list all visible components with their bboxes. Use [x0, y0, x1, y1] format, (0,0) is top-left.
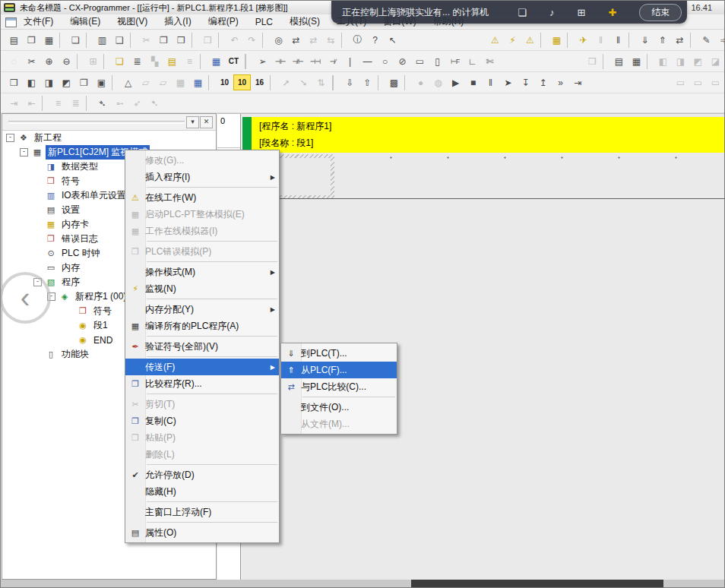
panel-toggle-2-icon[interactable]: ▭ [689, 74, 707, 90]
find-icon[interactable]: ◎ [270, 32, 287, 48]
horizontal-line-icon[interactable]: — [359, 53, 376, 69]
ladder-monitor-icon[interactable]: ▤ [163, 53, 181, 69]
compile-plc-icon[interactable]: ▤ [610, 53, 628, 69]
panel-close-button[interactable]: ✕ [200, 116, 213, 128]
upload-from-plc-icon[interactable]: ⇑ [654, 32, 671, 48]
online-edit-icon[interactable]: ✎ [698, 32, 715, 48]
end-session-button[interactable]: 结束 [639, 4, 682, 21]
window-view-3-icon[interactable]: ◩ [689, 53, 707, 69]
submenu-item-to-file[interactable]: 到文件(O)... [281, 399, 397, 416]
fb-parameter-icon[interactable]: ∟ [464, 53, 481, 69]
paste-icon[interactable]: ❒ [173, 32, 190, 48]
zoom-in-icon[interactable]: ⊕ [40, 53, 58, 69]
find-all-icon[interactable]: ⇆ [322, 32, 340, 48]
program-mode-icon[interactable]: ▦ [548, 32, 565, 48]
trace-window-icon[interactable]: ▱ [154, 74, 172, 90]
rung-comment-list-icon[interactable]: ≣ [67, 95, 84, 111]
indent-icon[interactable]: ⇥ [5, 95, 23, 111]
menu-item-verify-symbols-all[interactable]: ✒ 验证符号(全部)(V) [125, 338, 279, 355]
simulator-settings-icon[interactable]: ▩ [385, 74, 403, 90]
window-panel-icon[interactable]: ⊞ [578, 7, 586, 18]
mnemonic-view-icon[interactable]: ≡ [181, 53, 198, 69]
new-pls-instruction-icon[interactable]: ▯ [429, 53, 446, 69]
new-closed-contact-icon[interactable]: ⊣∕⊢ [289, 53, 306, 69]
grid-toggle-icon[interactable]: ⊞ [84, 53, 102, 69]
undo-icon[interactable]: ↶ [226, 32, 243, 48]
menu-item-modify[interactable]: 修改(G)... [125, 152, 279, 169]
diagram-window-icon[interactable]: ◨ [40, 74, 58, 90]
monitor-window-icon[interactable]: △ [119, 74, 137, 90]
tree-expander[interactable]: - [6, 134, 14, 142]
print-icon[interactable]: ▥ [93, 32, 111, 48]
pause-monitoring-icon[interactable]: ‖ [592, 32, 609, 48]
menu-item-copy[interactable]: ❐ 复制(C) [125, 413, 279, 429]
submenu-item-from-file[interactable]: 从文件(M)... [281, 416, 397, 432]
data-trace-icon[interactable]: ▦ [172, 74, 189, 90]
force-on-icon[interactable]: ➚ [277, 74, 295, 90]
zoom-out-icon[interactable]: ⊖ [58, 53, 75, 69]
menu-item-allow-docking[interactable]: ✔ 允许停放(D) [125, 466, 279, 483]
monitor-icon[interactable]: ⚠ [521, 32, 539, 48]
sim-run-to-end-icon[interactable]: ⇥ [569, 74, 587, 90]
cut-icon[interactable]: ✂ [138, 32, 155, 48]
new-or-closed-contact-icon[interactable]: ⊣∕ [324, 53, 341, 69]
work-online-icon[interactable]: ⚠ [486, 32, 504, 48]
send-online-edit-icon[interactable]: ➾ [715, 32, 725, 48]
menu-item-compile-all-plc-programs[interactable]: ▦ 编译所有的PLC程序(A) [125, 318, 279, 334]
block-comment-icon[interactable]: ≡ [49, 95, 67, 111]
menu-simulation[interactable]: 模拟(S) [290, 15, 320, 28]
go-next-output-icon[interactable]: ➶ [128, 95, 146, 111]
new-instruction-icon[interactable]: ▭ [411, 53, 429, 69]
go-back-icon[interactable]: ➷ [146, 95, 163, 111]
submenu-item-compare-with-plc[interactable]: ⇄ 与PLC比较(C)... [281, 378, 397, 395]
force-cancel-icon[interactable]: ⇅ [312, 74, 330, 90]
panel-dropdown-button[interactable]: ▾ [186, 116, 199, 128]
new-or-contact-icon[interactable]: ⊣⊣ [306, 53, 324, 69]
pause-window-icon[interactable]: ▱ [137, 74, 154, 90]
about-icon[interactable]: ⓘ [349, 32, 366, 48]
copy-icon[interactable]: ❐ [155, 32, 173, 48]
menu-item-delete[interactable]: 删除(L) [125, 446, 279, 463]
erase-tool-icon[interactable]: ✄ [481, 53, 499, 69]
new-coil-icon[interactable]: ○ [376, 53, 394, 69]
select-tool-icon[interactable]: ➢ [254, 53, 271, 69]
panel-toggle-3-icon[interactable]: ▭ [707, 74, 724, 90]
go-next-address-icon[interactable]: ➵ [111, 95, 128, 111]
vertical-line-icon[interactable]: | [341, 53, 359, 69]
rung-wrap-icon[interactable]: ▚ [146, 53, 163, 69]
window-view-2-icon[interactable]: ◨ [672, 53, 689, 69]
compile-program-icon[interactable]: ❏ [67, 32, 84, 48]
debug-mode-icon[interactable]: ✈ [575, 32, 592, 48]
mnemonic-window-icon[interactable]: ◩ [58, 74, 75, 90]
new-document-icon[interactable]: ▤ [5, 32, 23, 48]
menu-view[interactable]: 视图(V) [117, 15, 147, 28]
auto-online-icon[interactable]: ⚡ [504, 32, 521, 48]
replace-icon[interactable]: ⇄ [287, 32, 305, 48]
print-preview-icon[interactable]: ❑ [111, 32, 128, 48]
fullscreen-icon[interactable]: ❏ [518, 7, 527, 18]
menu-item-float-in-main-window[interactable]: 主窗口上浮动(F) [125, 504, 279, 520]
tree-expander[interactable]: - [20, 148, 28, 156]
transfer-fb-icon[interactable]: ❒ [584, 53, 601, 69]
new-closed-coil-icon[interactable]: ⊘ [394, 53, 411, 69]
sim-run-icon[interactable]: ▶ [447, 74, 464, 90]
compare-with-plc-icon[interactable]: ⇄ [671, 32, 689, 48]
save-project-icon[interactable]: ▦ [40, 32, 58, 48]
time-chart-icon[interactable]: ▦ [189, 74, 207, 90]
cascade-window-icon[interactable]: ❒ [5, 74, 23, 90]
submenu-item-from-plc[interactable]: ⇑ 从PLC(F)... [281, 362, 397, 378]
compile-all-icon[interactable]: ▦ [628, 53, 645, 69]
menu-item-work-online[interactable]: ⚠ 在线工作(W) [125, 189, 279, 206]
window-view-4-icon[interactable]: ◪ [707, 53, 724, 69]
menu-item-compare-program[interactable]: ❐ 比较程序(R)... [125, 375, 279, 392]
menu-item-hide[interactable]: 隐藏(H) [125, 483, 279, 500]
menu-item-work-online-simulator[interactable]: ▦ 工作在线模拟器(I) [125, 223, 279, 239]
menu-program[interactable]: 编程(P) [208, 15, 239, 28]
menu-item-transfer[interactable]: 传送(F) ▶ [125, 359, 279, 375]
sim-step-in-icon[interactable]: ↧ [517, 74, 534, 90]
menu-file[interactable]: 文件(F) [24, 15, 53, 28]
window-properties-icon[interactable]: ▣ [93, 74, 110, 90]
outdent-icon[interactable]: ⇤ [23, 95, 40, 111]
sim-pause-icon[interactable]: ‖ [482, 74, 499, 90]
context-help-icon[interactable]: ↖ [384, 32, 401, 48]
